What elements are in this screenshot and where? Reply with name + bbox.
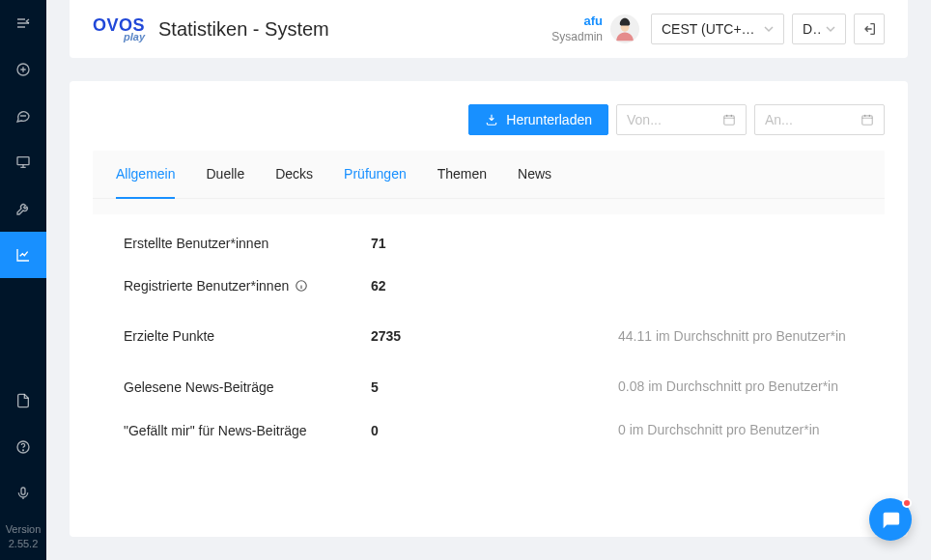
notification-dot-icon <box>902 498 912 508</box>
stat-row: "Gefällt mir" für News-Beiträge 0 0 im D… <box>93 408 885 452</box>
calendar-icon <box>722 113 736 126</box>
stat-row: Gelesene News-Beiträge 5 0.08 im Durchsc… <box>93 365 885 408</box>
stat-value: 0 <box>371 423 618 438</box>
stat-row: Erzielte Punkte 2735 44.11 im Durchschni… <box>93 307 885 365</box>
logo-subtext: play <box>124 32 145 42</box>
tabs-bar: Allgemein Duelle Decks Prüfungen Themen … <box>93 151 885 199</box>
nav-chat-icon[interactable] <box>0 93 46 139</box>
nav-file-icon[interactable] <box>0 378 46 424</box>
nav-add-icon[interactable] <box>0 46 46 93</box>
date-to-input[interactable]: An... <box>754 104 885 135</box>
date-to-placeholder: An... <box>765 112 793 127</box>
svg-rect-4 <box>17 157 29 165</box>
page-title: Statistiken - System <box>158 18 329 41</box>
nav-collapse-icon[interactable] <box>0 0 46 46</box>
timezone-select[interactable]: CEST (UTC+0... <box>651 14 784 44</box>
stats-table: Erstellte Benutzer*innen 71 Registrierte… <box>93 214 885 460</box>
user-role: Sysadmin <box>551 30 603 45</box>
intercom-chat-button[interactable] <box>869 498 912 541</box>
stat-label: "Gefällt mir" für News-Beiträge <box>124 423 371 438</box>
timezone-value: CEST (UTC+0... <box>662 21 758 37</box>
stat-row: Registrierte Benutzer*innen 62 <box>93 265 885 307</box>
toolbar: Herunterladen Von... An... <box>93 104 885 135</box>
svg-rect-10 <box>724 116 735 125</box>
stat-label: Erzielte Punkte <box>124 328 371 344</box>
tab-themen[interactable]: Themen <box>437 151 487 199</box>
info-icon[interactable] <box>295 279 308 293</box>
date-from-placeholder: Von... <box>627 112 662 127</box>
stat-row: Erstellte Benutzer*innen 71 <box>93 222 885 265</box>
chevron-down-icon <box>826 24 835 34</box>
svg-point-2 <box>23 116 24 117</box>
tab-news[interactable]: News <box>518 151 551 199</box>
stat-label: Erstellte Benutzer*innen <box>124 236 371 251</box>
language-select[interactable]: DE <box>792 14 846 44</box>
stat-extra: 0 im Durchschnitt pro Benutzer*in <box>618 420 854 440</box>
svg-point-3 <box>25 116 26 117</box>
tab-decks[interactable]: Decks <box>275 151 313 199</box>
sidebar: Version 2.55.2 <box>0 0 46 560</box>
user-block[interactable]: afu Sysadmin <box>551 14 603 44</box>
logout-button[interactable] <box>854 14 885 44</box>
svg-point-6 <box>23 450 24 451</box>
nav-tools-icon[interactable] <box>0 185 46 232</box>
stat-value: 2735 <box>371 328 618 344</box>
stat-extra: 44.11 im Durchschnitt pro Benutzer*in <box>618 326 854 347</box>
tab-pruefungen[interactable]: Prüfungen <box>344 151 407 199</box>
user-name: afu <box>584 14 604 30</box>
download-button[interactable]: Herunterladen <box>468 104 608 135</box>
stat-label: Registrierte Benutzer*innen <box>124 278 371 294</box>
date-from-input[interactable]: Von... <box>616 104 747 135</box>
stat-label: Gelesene News-Beiträge <box>124 379 371 395</box>
stat-value: 71 <box>371 236 618 251</box>
language-value: DE <box>803 21 820 37</box>
logo: OVOS play <box>93 16 145 42</box>
sidebar-version: Version 2.55.2 <box>0 517 46 560</box>
stat-value: 62 <box>371 278 618 294</box>
avatar[interactable] <box>610 14 639 43</box>
calendar-icon <box>860 113 874 126</box>
nav-statistics-icon[interactable] <box>0 232 46 278</box>
svg-point-1 <box>21 116 22 117</box>
header: OVOS play Statistiken - System afu Sysad… <box>70 0 908 58</box>
content-card: Herunterladen Von... An... Allgemein Due… <box>70 81 908 537</box>
main: OVOS play Statistiken - System afu Sysad… <box>46 0 931 560</box>
chat-icon <box>880 509 901 530</box>
stat-extra: 0.08 im Durchschnitt pro Benutzer*in <box>618 377 854 397</box>
download-label: Herunterladen <box>506 112 592 127</box>
nav-presentation-icon[interactable] <box>0 139 46 185</box>
svg-rect-11 <box>862 116 873 125</box>
stat-value: 5 <box>371 379 618 395</box>
nav-mic-icon[interactable] <box>0 470 46 517</box>
tabs-panel: Allgemein Duelle Decks Prüfungen Themen … <box>93 151 885 460</box>
svg-rect-7 <box>21 488 25 494</box>
tab-allgemein[interactable]: Allgemein <box>116 151 175 199</box>
tab-duelle[interactable]: Duelle <box>206 151 244 199</box>
download-icon <box>485 113 498 126</box>
chevron-down-icon <box>764 24 774 34</box>
nav-help-icon[interactable] <box>0 424 46 470</box>
